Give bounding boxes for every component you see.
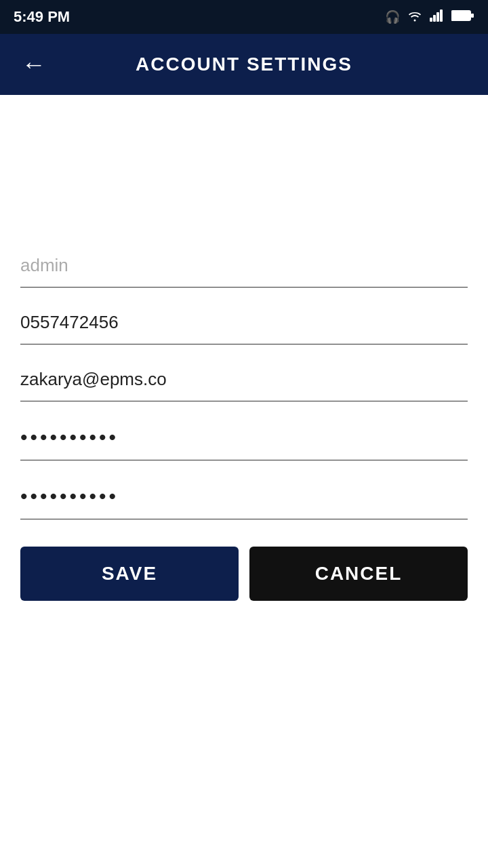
svg-rect-0 <box>430 18 432 22</box>
confirm-password-field-group <box>20 481 468 519</box>
email-field-group <box>20 365 468 401</box>
svg-rect-1 <box>433 15 436 22</box>
phone-field-group <box>20 308 468 344</box>
password-input[interactable] <box>20 422 468 453</box>
save-button[interactable]: SAVE <box>20 547 239 601</box>
signal-icon <box>430 9 445 25</box>
status-bar: 5:49 PM 🎧 <box>0 0 488 34</box>
phone-input[interactable] <box>20 308 468 337</box>
top-spacer <box>20 115 468 251</box>
username-input[interactable] <box>20 251 468 280</box>
headphone-icon: 🎧 <box>385 9 400 24</box>
confirm-password-input[interactable] <box>20 481 468 512</box>
toolbar: ← ACCOUNT SETTINGS <box>0 34 488 95</box>
svg-rect-5 <box>471 14 474 18</box>
cancel-button[interactable]: CANCEL <box>249 547 468 601</box>
back-button[interactable]: ← <box>14 44 54 85</box>
username-field-group <box>20 251 468 288</box>
main-content: SAVE CANCEL <box>0 95 488 621</box>
page-title: ACCOUNT SETTINGS <box>136 54 352 75</box>
password-field-group <box>20 422 468 460</box>
svg-rect-4 <box>451 11 470 20</box>
svg-rect-3 <box>440 9 443 22</box>
svg-rect-2 <box>436 12 439 22</box>
status-icons: 🎧 <box>385 9 474 25</box>
battery-icon <box>451 9 474 25</box>
email-input[interactable] <box>20 365 468 394</box>
status-time: 5:49 PM <box>14 8 70 26</box>
wifi-icon <box>407 9 423 25</box>
action-buttons: SAVE CANCEL <box>20 547 468 601</box>
